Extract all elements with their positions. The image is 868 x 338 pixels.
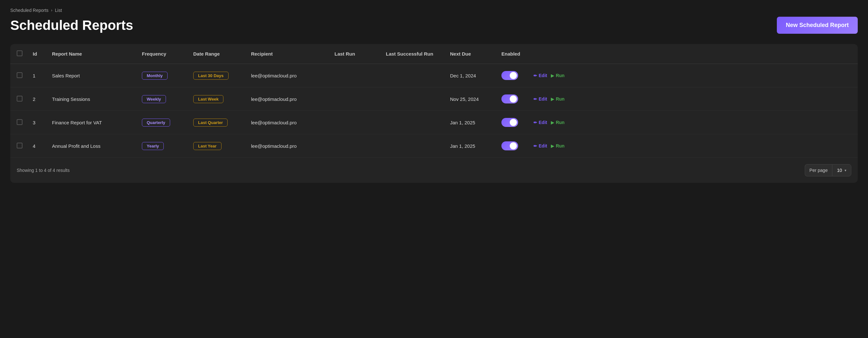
row-frequency: Monthly bbox=[137, 64, 188, 87]
col-header-checkbox bbox=[10, 44, 28, 64]
breadcrumb: Scheduled Reports › List bbox=[10, 8, 858, 13]
edit-button[interactable]: ✏ Edit bbox=[533, 143, 547, 148]
date-range-badge: Last Year bbox=[193, 142, 221, 150]
enabled-toggle[interactable] bbox=[501, 71, 518, 80]
row-next-due: Nov 25, 2024 bbox=[445, 87, 496, 111]
row-checkbox[interactable] bbox=[17, 119, 23, 125]
row-enabled-cell bbox=[496, 87, 528, 111]
row-last-run bbox=[329, 134, 381, 158]
row-id: 4 bbox=[28, 134, 47, 158]
per-page-value: 10 bbox=[837, 168, 842, 173]
date-range-badge: Last Week bbox=[193, 95, 223, 103]
date-range-badge: Last Quarter bbox=[193, 118, 227, 126]
row-enabled-cell bbox=[496, 134, 528, 158]
row-actions-cell: ✏ Edit ▶ Run bbox=[528, 134, 858, 158]
table-row: 1 Sales Report Monthly Last 30 Days lee@… bbox=[10, 64, 858, 87]
row-report-name: Training Sessions bbox=[47, 87, 137, 111]
row-frequency: Weekly bbox=[137, 87, 188, 111]
row-last-run bbox=[329, 111, 381, 134]
per-page-select[interactable]: 10 ▾ bbox=[832, 164, 851, 176]
row-last-successful-run bbox=[381, 64, 445, 87]
frequency-badge: Weekly bbox=[142, 95, 166, 103]
row-checkbox-cell bbox=[10, 111, 28, 134]
row-last-successful-run bbox=[381, 87, 445, 111]
row-id: 2 bbox=[28, 87, 47, 111]
enabled-toggle[interactable] bbox=[501, 94, 518, 104]
edit-button[interactable]: ✏ Edit bbox=[533, 120, 547, 125]
col-header-last-run: Last Run bbox=[329, 44, 381, 64]
row-next-due: Jan 1, 2025 bbox=[445, 134, 496, 158]
edit-button[interactable]: ✏ Edit bbox=[533, 73, 547, 78]
table-row: 2 Training Sessions Weekly Last Week lee… bbox=[10, 87, 858, 111]
enabled-toggle[interactable] bbox=[501, 118, 518, 127]
edit-icon: ✏ bbox=[533, 73, 537, 78]
edit-icon: ✏ bbox=[533, 144, 537, 148]
run-button[interactable]: ▶ Run bbox=[551, 143, 564, 148]
toggle-slider bbox=[501, 71, 518, 80]
row-last-run bbox=[329, 87, 381, 111]
col-header-id: Id bbox=[28, 44, 47, 64]
row-report-name: Sales Report bbox=[47, 64, 137, 87]
run-icon: ▶ bbox=[551, 144, 554, 148]
row-checkbox-cell bbox=[10, 64, 28, 87]
col-header-recipient: Recipient bbox=[246, 44, 329, 64]
per-page-container: Per page 10 ▾ bbox=[805, 164, 851, 176]
row-actions-cell: ✏ Edit ▶ Run bbox=[528, 64, 858, 87]
edit-button[interactable]: ✏ Edit bbox=[533, 96, 547, 102]
row-actions-cell: ✏ Edit ▶ Run bbox=[528, 87, 858, 111]
select-all-checkbox[interactable] bbox=[17, 51, 23, 56]
row-recipient: lee@optimacloud.pro bbox=[246, 134, 329, 158]
breadcrumb-current: List bbox=[55, 8, 62, 13]
row-recipient: lee@optimacloud.pro bbox=[246, 87, 329, 111]
run-icon: ▶ bbox=[551, 97, 554, 102]
col-header-date-range: Date Range bbox=[188, 44, 246, 64]
run-button[interactable]: ▶ Run bbox=[551, 96, 564, 102]
row-report-name: Annual Profit and Loss bbox=[47, 134, 137, 158]
row-checkbox-cell bbox=[10, 87, 28, 111]
row-frequency: Yearly bbox=[137, 134, 188, 158]
col-header-next-due: Next Due bbox=[445, 44, 496, 64]
page-header: Scheduled Reports New Scheduled Report bbox=[10, 17, 858, 34]
col-header-frequency: Frequency bbox=[137, 44, 188, 64]
enabled-toggle[interactable] bbox=[501, 141, 518, 150]
run-icon: ▶ bbox=[551, 120, 554, 125]
row-date-range: Last Quarter bbox=[188, 111, 246, 134]
frequency-badge: Quarterly bbox=[142, 118, 170, 126]
run-button[interactable]: ▶ Run bbox=[551, 120, 564, 125]
row-last-successful-run bbox=[381, 111, 445, 134]
table-row: 3 Finance Report for VAT Quarterly Last … bbox=[10, 111, 858, 134]
row-checkbox[interactable] bbox=[17, 72, 23, 78]
run-button[interactable]: ▶ Run bbox=[551, 73, 564, 78]
toggle-slider bbox=[501, 94, 518, 104]
edit-icon: ✏ bbox=[533, 120, 537, 125]
table-footer: Showing 1 to 4 of 4 results Per page 10 … bbox=[10, 158, 858, 183]
row-checkbox-cell bbox=[10, 134, 28, 158]
row-recipient: lee@optimacloud.pro bbox=[246, 111, 329, 134]
scheduled-reports-table: Id Report Name Frequency Date Range Reci… bbox=[10, 44, 858, 158]
row-next-due: Dec 1, 2024 bbox=[445, 64, 496, 87]
row-last-successful-run bbox=[381, 134, 445, 158]
row-id: 3 bbox=[28, 111, 47, 134]
chevron-down-icon: ▾ bbox=[844, 168, 846, 172]
row-actions-cell: ✏ Edit ▶ Run bbox=[528, 111, 858, 134]
frequency-badge: Monthly bbox=[142, 72, 167, 80]
run-icon: ▶ bbox=[551, 73, 554, 78]
row-frequency: Quarterly bbox=[137, 111, 188, 134]
page-title: Scheduled Reports bbox=[10, 18, 133, 33]
row-last-run bbox=[329, 64, 381, 87]
row-checkbox[interactable] bbox=[17, 143, 23, 148]
new-scheduled-report-button[interactable]: New Scheduled Report bbox=[777, 17, 858, 34]
row-date-range: Last Year bbox=[188, 134, 246, 158]
frequency-badge: Yearly bbox=[142, 142, 164, 150]
row-enabled-cell bbox=[496, 111, 528, 134]
per-page-label: Per page bbox=[805, 164, 832, 176]
breadcrumb-separator: › bbox=[51, 8, 52, 12]
row-report-name: Finance Report for VAT bbox=[47, 111, 137, 134]
breadcrumb-parent[interactable]: Scheduled Reports bbox=[10, 8, 49, 13]
scheduled-reports-table-container: Id Report Name Frequency Date Range Reci… bbox=[10, 44, 858, 183]
col-header-last-successful-run: Last Successful Run bbox=[381, 44, 445, 64]
edit-icon: ✏ bbox=[533, 97, 537, 102]
row-checkbox[interactable] bbox=[17, 96, 23, 102]
toggle-slider bbox=[501, 141, 518, 150]
row-recipient: lee@optimacloud.pro bbox=[246, 64, 329, 87]
